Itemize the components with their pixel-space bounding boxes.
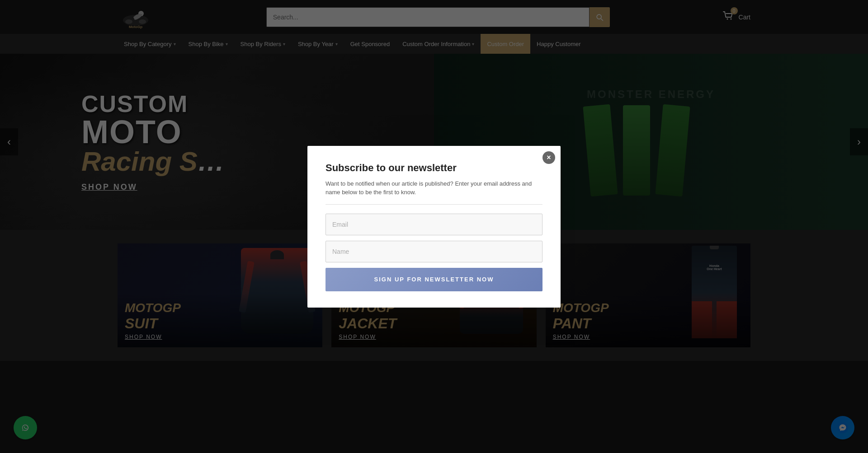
modal-close-button[interactable]: × — [542, 151, 555, 164]
modal-submit-button[interactable]: SIGN UP FOR NEWSLETTER NOW — [326, 268, 542, 291]
modal-description: Want to be notified when our article is … — [326, 179, 542, 197]
newsletter-modal: × Subscribe to our newsletter Want to be… — [307, 146, 561, 308]
modal-email-input[interactable] — [326, 214, 542, 235]
modal-divider — [326, 204, 542, 205]
modal-name-input[interactable] — [326, 241, 542, 262]
modal-overlay[interactable]: × Subscribe to our newsletter Want to be… — [0, 0, 868, 453]
modal-title: Subscribe to our newsletter — [326, 162, 542, 174]
